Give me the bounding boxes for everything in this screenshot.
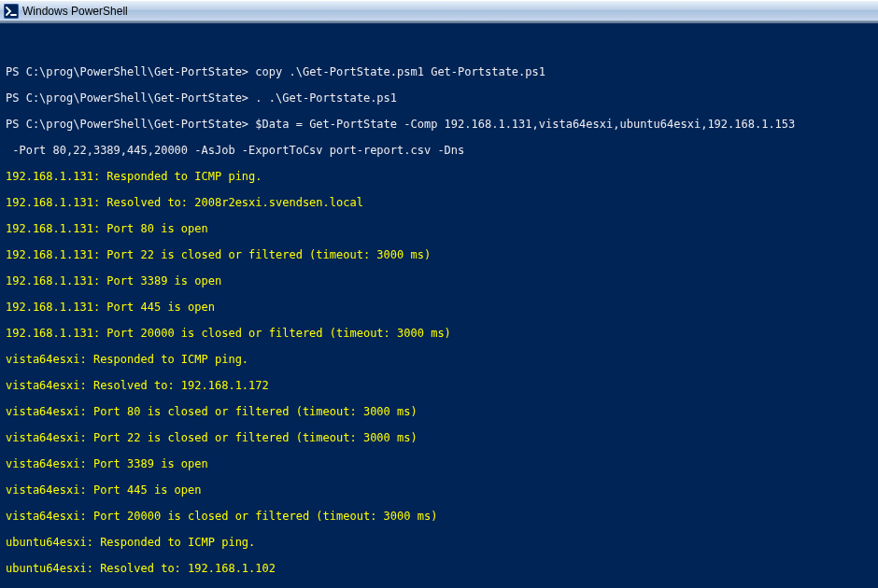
- out-line: vista64esxi: Port 445 is open: [6, 483, 874, 497]
- out-line: 192.168.1.131: Responded to ICMP ping.: [6, 170, 874, 183]
- out-line: 192.168.1.131: Port 3389 is open: [6, 274, 874, 287]
- command-dot-source: . .\Get-Portstate.ps1: [255, 91, 397, 105]
- out-line: vista64esxi: Port 3389 is open: [6, 457, 874, 470]
- prompt: PS C:\prog\PowerShell\Get-PortState>: [6, 91, 248, 105]
- out-line: 192.168.1.131: Resolved to: 2008r2esxi.s…: [6, 196, 874, 209]
- out-line: vista64esxi: Responded to ICMP ping.: [6, 353, 874, 366]
- terminal-output[interactable]: PS C:\prog\PowerShell\Get-PortState> cop…: [0, 24, 878, 588]
- prompt: PS C:\prog\PowerShell\Get-PortState>: [6, 118, 248, 131]
- powershell-icon: [4, 4, 19, 19]
- prompt: PS C:\prog\PowerShell\Get-PortState>: [6, 65, 248, 78]
- command-getportstate-a: $Data = Get-PortState -Comp 192.168.1.13…: [255, 118, 795, 131]
- out-line: vista64esxi: Port 80 is closed or filter…: [6, 405, 874, 418]
- out-line: 192.168.1.131: Port 80 is open: [6, 222, 874, 235]
- out-line: vista64esxi: Port 20000 is closed or fil…: [6, 510, 874, 523]
- out-line: vista64esxi: Port 22 is closed or filter…: [6, 431, 874, 444]
- command-getportstate-b: -Port 80,22,3389,445,20000 -AsJob -Expor…: [6, 144, 874, 157]
- out-line: 192.168.1.131: Port 445 is open: [6, 301, 874, 314]
- out-line: ubuntu64esxi: Resolved to: 192.168.1.102: [6, 562, 874, 575]
- window-title: Windows PowerShell: [22, 5, 128, 18]
- command-copy: copy .\Get-PortState.psm1 Get-Portstate.…: [255, 65, 545, 78]
- out-line: ubuntu64esxi: Responded to ICMP ping.: [6, 536, 874, 549]
- titlebar[interactable]: Windows PowerShell: [0, 0, 878, 21]
- out-line: vista64esxi: Resolved to: 192.168.1.172: [6, 379, 874, 392]
- out-line: 192.168.1.131: Port 20000 is closed or f…: [6, 327, 874, 340]
- out-line: 192.168.1.131: Port 22 is closed or filt…: [6, 248, 874, 261]
